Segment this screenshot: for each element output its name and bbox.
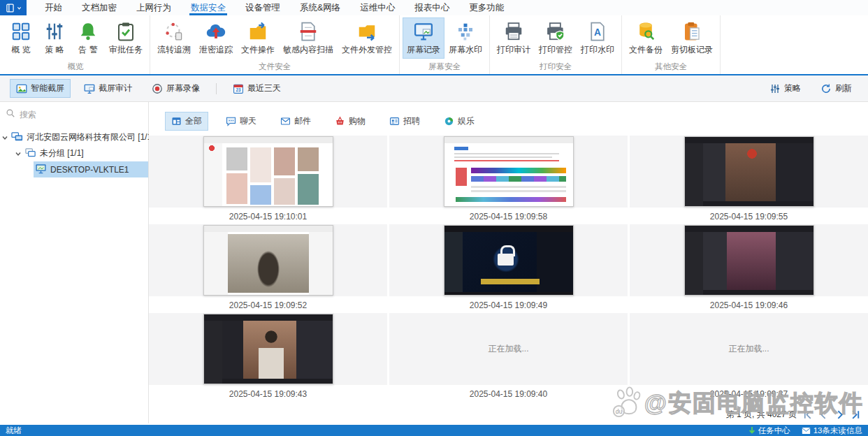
ribbon-item-4-1[interactable]: 剪切板记录 <box>667 17 717 59</box>
filter-3[interactable]: 购物 <box>328 112 372 131</box>
ribbon-item-0-0[interactable]: 概 览 <box>4 17 38 59</box>
app-menu-button[interactable] <box>0 0 27 15</box>
toolbar-separator <box>216 83 217 94</box>
prev-page-button[interactable] <box>818 409 829 420</box>
ribbon-item-1-4[interactable]: 文件外发管控 <box>338 17 396 59</box>
filter-2[interactable]: 邮件 <box>274 112 317 131</box>
filter-4[interactable]: 招聘 <box>383 112 426 131</box>
refresh-icon <box>820 83 832 94</box>
toolbar-button-label: 智能截屏 <box>31 82 64 94</box>
screenshot-timestamp: 2025-04-15 19:09:52 <box>149 296 387 310</box>
screenshot-thumbnail[interactable] <box>444 225 574 296</box>
screen-record-icon <box>413 21 434 42</box>
tree-node-1[interactable]: 未分组 [1/1] <box>0 145 148 161</box>
overview-grid-icon <box>10 21 31 42</box>
screenshot-thumbnail[interactable] <box>203 314 333 384</box>
policy-sliders-icon <box>44 21 65 42</box>
menu-item-5[interactable]: 系统&网络 <box>290 0 350 15</box>
sliders-sm-icon <box>769 83 781 94</box>
tree-node-region[interactable]: 未分组 [1/1] <box>23 145 148 161</box>
ribbon-item-0-2[interactable]: 告 警 <box>71 17 105 59</box>
toolbar-left: 智能截屏截屏审计屏幕录像23最近三天 <box>10 79 287 98</box>
filter-5[interactable]: 娱乐 <box>437 112 481 131</box>
last-page-button[interactable] <box>851 409 861 420</box>
tree-node-2[interactable]: DESKTOP-VLKTLE1 <box>0 161 148 177</box>
svg-text:A: A <box>594 27 601 38</box>
screenshot-thumbnail[interactable] <box>684 225 814 296</box>
toolbar-button-3[interactable]: 23最近三天 <box>226 79 287 98</box>
loading-text: 正在加载... <box>488 343 528 355</box>
ribbon-item-1-3[interactable]: 敏感内容扫描 <box>279 17 338 59</box>
record-video-icon <box>152 83 163 94</box>
screenshot-thumbnail[interactable] <box>444 136 574 207</box>
ribbon-item-label: 敏感内容扫描 <box>283 44 333 56</box>
screenshot-thumbnail[interactable] <box>203 136 333 207</box>
unread-messages-button[interactable]: 13条未读信息 <box>802 426 862 436</box>
ribbon-item-2-0[interactable]: 屏幕记录 <box>403 17 444 59</box>
tree-caret-icon[interactable] <box>13 150 23 157</box>
ribbon-item-1-0[interactable]: 流转追溯 <box>153 17 195 59</box>
screenshot-timestamp: 2025-04-15 19:09:49 <box>389 296 628 310</box>
screenshot-timestamp: 2025-04-15 19:09:58 <box>389 208 628 221</box>
ribbon-item-4-0[interactable]: 文件备份 <box>625 17 667 59</box>
sidebar: 河北安固云网络科技有限公司 [1/1]未分组 [1/1]DESKTOP-VLKT… <box>0 102 149 423</box>
task-center-button[interactable]: 任务中心 <box>748 426 790 436</box>
content: 河北安固云网络科技有限公司 [1/1]未分组 [1/1]DESKTOP-VLKT… <box>0 102 868 423</box>
ribbon-item-label: 流转追溯 <box>157 44 191 56</box>
toolbar-button-2[interactable]: 屏幕录像 <box>145 79 206 98</box>
ribbon-item-0-1[interactable]: 策 略 <box>38 17 71 59</box>
ribbon-item-3-0[interactable]: 打印审计 <box>493 17 535 59</box>
statusbar: 就绪 任务中心 13条未读信息 <box>0 425 868 436</box>
menu-item-2[interactable]: 上网行为 <box>126 0 181 15</box>
page-indicator: 第 1 页, 共 4027 页 <box>726 409 797 421</box>
menu-item-7[interactable]: 报表中心 <box>405 0 459 15</box>
filter-0[interactable]: 全部 <box>165 112 208 131</box>
grid-all-icon <box>171 116 182 126</box>
toolbar-button-label: 最近三天 <box>247 82 281 94</box>
screenshot-backing <box>630 224 868 296</box>
ribbon-item-1-1[interactable]: 泄密追踪 <box>195 17 237 59</box>
filter-1[interactable]: 聊天 <box>219 112 263 131</box>
screenshot-timestamp: 2025-04-15 19:09:37 <box>630 385 868 399</box>
menu-item-4[interactable]: 设备管理 <box>236 0 290 15</box>
menu-item-6[interactable]: 运维中心 <box>350 0 405 15</box>
screenshot-timestamp: 2025-04-15 19:09:43 <box>149 385 387 399</box>
tree-node-label: DESKTOP-VLKTLE1 <box>50 165 129 175</box>
menu-item-8[interactable]: 更多功能 <box>459 0 514 15</box>
screenshot-timestamp: 2025-04-15 19:09:55 <box>630 208 868 221</box>
ribbon-item-2-1[interactable]: 屏幕水印 <box>444 17 486 59</box>
first-page-button[interactable] <box>802 409 813 420</box>
toolbar-right-button-1[interactable]: 刷新 <box>814 79 858 98</box>
ribbon-item-3-1[interactable]: 打印管控 <box>535 17 577 59</box>
search-input[interactable] <box>20 110 141 119</box>
download-arrow-icon <box>748 426 755 435</box>
menu-item-3[interactable]: 数据安全 <box>181 0 236 15</box>
toolbar-right-button-0[interactable]: 策略 <box>763 79 807 98</box>
next-page-button[interactable] <box>834 409 845 420</box>
tree-node-region[interactable]: DESKTOP-VLKTLE1 <box>34 161 148 177</box>
leak-cloud-icon <box>205 21 226 42</box>
ribbon-item-3-2[interactable]: A打印水印 <box>577 17 619 59</box>
mail-icon <box>280 116 291 126</box>
menu-item-0[interactable]: 开始 <box>35 0 72 15</box>
ribbon-group-caption: 文件安全 <box>153 60 396 73</box>
filter-label: 邮件 <box>294 115 311 127</box>
ribbon-item-label: 策 略 <box>45 44 64 56</box>
screen-watermark-icon <box>455 21 476 42</box>
basket-icon <box>335 116 345 126</box>
ribbon-item-1-2[interactable]: 文件操作 <box>237 17 279 59</box>
menu-item-1[interactable]: 文档加密 <box>72 0 126 15</box>
screenshot-thumbnail[interactable] <box>203 225 333 296</box>
filter-label: 全部 <box>185 115 202 127</box>
ribbon-group-caption: 其他安全 <box>625 60 717 73</box>
toolbar-button-0[interactable]: 智能截屏 <box>10 79 71 98</box>
approve-clipboard-icon <box>115 21 136 42</box>
status-ready-text: 就绪 <box>6 426 22 436</box>
ribbon-item-0-3[interactable]: 审批任务 <box>105 17 147 59</box>
tree-node-0[interactable]: 河北安固云网络科技有限公司 [1/1] <box>0 129 148 145</box>
tree-caret-icon[interactable] <box>0 134 10 141</box>
tree-node-region[interactable]: 河北安固云网络科技有限公司 [1/1] <box>10 129 154 145</box>
toolbar-button-1[interactable]: 截屏审计 <box>78 79 138 98</box>
screenshot-thumbnail[interactable] <box>684 136 814 207</box>
ribbon-item-label: 打印管控 <box>539 44 572 56</box>
